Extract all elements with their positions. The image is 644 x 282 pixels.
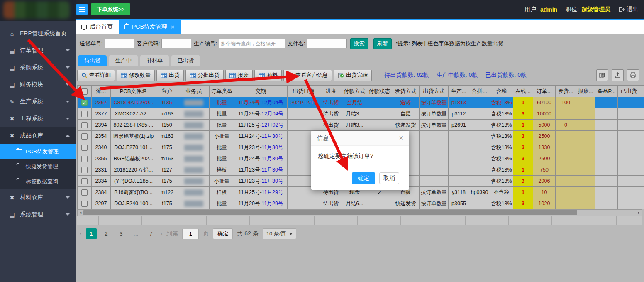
toolbar-button-2[interactable]: 出货 xyxy=(156,70,184,81)
toolbar-button-1[interactable]: 修改数量 xyxy=(117,70,155,81)
per-page-select[interactable]: 10 条/页 xyxy=(263,228,297,239)
col-header: 在线... xyxy=(513,86,533,97)
col-header: 业务员 xyxy=(178,86,210,97)
page-3[interactable]: 3 xyxy=(116,228,127,239)
row-checkbox[interactable] xyxy=(81,178,88,184)
toolbar-button-3[interactable]: 分批出货 xyxy=(185,70,224,81)
col-header: 客户 xyxy=(156,86,178,97)
col-header: PCB文件名 xyxy=(111,86,156,97)
next-page-icon[interactable]: › xyxy=(161,231,163,237)
tools-icon: ✖ xyxy=(8,115,16,122)
sidebar-subitem-7[interactable]: PCB待发管理 xyxy=(0,144,76,159)
status-tab-1[interactable]: 生产中 xyxy=(109,55,138,66)
status-tab-0[interactable]: 待出货 xyxy=(78,55,107,66)
clipboard-icon xyxy=(124,24,129,29)
toolbar-button-6[interactable]: 查看客户信息 xyxy=(283,70,332,81)
salesperson-blurred xyxy=(184,167,203,173)
tools-icon: ✖ xyxy=(8,194,16,201)
sidebar-item-10[interactable]: ✖材料仓库 xyxy=(0,189,76,206)
col-header: 报废... xyxy=(576,86,595,97)
search-button[interactable]: 搜索 xyxy=(350,38,368,49)
toolbar-button-4[interactable]: 报废 xyxy=(225,70,253,81)
mag-icon xyxy=(81,72,87,78)
status-tab-3[interactable]: 已出货 xyxy=(171,55,200,66)
header-checkbox[interactable] xyxy=(81,88,88,95)
table-row[interactable]: 2394802-238-HX85-...f150批量11月25号-12月02号待… xyxy=(78,120,644,131)
tab-1[interactable]: PCB待发管理× xyxy=(119,20,181,34)
columns-icon[interactable] xyxy=(596,69,608,81)
row-checkbox[interactable] xyxy=(81,145,88,151)
flag-icon xyxy=(338,72,344,78)
tab-0[interactable]: 后台首页 xyxy=(76,20,119,34)
logout-button[interactable]: 退出 xyxy=(619,6,638,13)
row-checkbox[interactable] xyxy=(81,111,88,117)
row-checkbox[interactable] xyxy=(81,156,88,162)
toolbar-button-0[interactable]: 查看详细 xyxy=(77,70,115,81)
sidebar-item-3[interactable]: ▤财务模块 xyxy=(0,76,76,93)
page-2[interactable]: 2 xyxy=(101,228,112,239)
select-all-header xyxy=(78,86,92,97)
scroll-right-icon[interactable]: ▸ xyxy=(637,210,642,215)
user-label: 用户: xyxy=(524,6,538,13)
tab-close-icon[interactable]: × xyxy=(171,23,175,30)
logout-icon xyxy=(619,7,625,12)
sidebar-item-1[interactable]: ▤订单管理 xyxy=(0,42,76,59)
col-header: 发货方式 xyxy=(392,86,420,97)
table-row[interactable]: 2377XMCK027-A2 ...m163批量11月25号-12月04号待出货… xyxy=(78,108,644,120)
page-7[interactable]: 7 xyxy=(146,228,156,239)
sidebar-menu: ⌂ERP管理系统首页▤订单管理▤采购系统▤财务模块✎生产系统✖工程系统✖成品仓库… xyxy=(0,21,76,223)
toolbar-button-7[interactable]: 出货完结 xyxy=(334,70,372,81)
sidebar-item-2[interactable]: ▤采购系统 xyxy=(0,59,76,76)
search-field-label-0: 送货单号: xyxy=(80,40,103,47)
cancel-button[interactable]: 取消 xyxy=(379,172,399,184)
table-row[interactable]: 2297DOJ.E240.100...f175批量11月20号-11月29号待出… xyxy=(78,198,644,209)
horizontal-scrollbar[interactable]: ◂ ▸ xyxy=(77,209,642,216)
jump-confirm-button[interactable]: 确定 xyxy=(213,228,233,239)
chevron-down-icon xyxy=(66,213,70,216)
confirm-button[interactable]: 确定 xyxy=(352,172,375,184)
search-input-1[interactable] xyxy=(161,39,191,48)
row-checkbox[interactable] xyxy=(81,122,88,128)
jump-unit-label: 页 xyxy=(203,230,209,238)
menu-toggle-icon[interactable] xyxy=(76,4,88,15)
scrollbar-thumb[interactable] xyxy=(83,210,577,215)
sidebar: ⌂ERP管理系统首页▤订单管理▤采购系统▤财务模块✎生产系统✖工程系统✖成品仓库… xyxy=(0,0,76,282)
refresh-button[interactable]: 刷新 xyxy=(373,38,392,49)
grid-icon xyxy=(190,73,196,78)
sidebar-item-0[interactable]: ⌂ERP管理系统首页 xyxy=(0,25,76,42)
search-input-0[interactable] xyxy=(105,39,134,48)
sidebar-item-6[interactable]: ✖成品仓库 xyxy=(0,127,76,144)
row-checkbox[interactable]: ✓ xyxy=(81,100,88,106)
row-checkbox[interactable] xyxy=(81,189,88,196)
status-tab-2[interactable]: 补料单 xyxy=(140,55,169,66)
prev-page-icon[interactable]: ‹ xyxy=(80,231,82,237)
col-header: 订单... xyxy=(533,86,556,97)
search-input-3[interactable] xyxy=(307,39,347,48)
table-row[interactable]: ✓2367C818-4AT02V0...f135批量11月24号-12月04号2… xyxy=(78,97,644,108)
chevron-down-icon xyxy=(289,233,293,235)
home-icon: ⌂ xyxy=(8,30,16,37)
close-icon[interactable]: × xyxy=(399,134,403,142)
monitor-icon xyxy=(81,25,87,29)
sidebar-subitem-9[interactable]: 标签数据查询 xyxy=(0,174,76,189)
row-checkbox[interactable] xyxy=(81,167,88,173)
print-icon[interactable] xyxy=(627,69,639,81)
salesperson-blurred xyxy=(184,133,203,140)
row-checkbox[interactable] xyxy=(81,133,88,140)
sidebar-item-5[interactable]: ✖工程系统 xyxy=(0,110,76,127)
search-field-label-1: 客户代码: xyxy=(137,40,160,47)
sidebar-subitem-8[interactable]: 快捷发货管理 xyxy=(0,159,76,174)
toolbar-button-5[interactable]: 补料 xyxy=(254,70,282,81)
scroll-left-icon[interactable]: ◂ xyxy=(78,210,83,215)
sidebar-item-11[interactable]: ▤系统管理 xyxy=(0,206,76,223)
search-input-2[interactable] xyxy=(219,39,285,48)
row-checkbox[interactable] xyxy=(81,201,88,207)
chevron-down-icon xyxy=(66,66,70,69)
sidebar-item-4[interactable]: ✎生产系统 xyxy=(0,93,76,110)
page-1[interactable]: 1 xyxy=(86,228,97,239)
main-area: 下单系统>> 用户: admin 职位: 超级管理员 退出 后台首页PCB待发管… xyxy=(76,0,644,282)
jump-page-input[interactable] xyxy=(182,229,199,239)
logo-area xyxy=(0,0,76,21)
order-system-button[interactable]: 下单系统>> xyxy=(91,3,130,15)
export-icon[interactable] xyxy=(612,69,624,81)
